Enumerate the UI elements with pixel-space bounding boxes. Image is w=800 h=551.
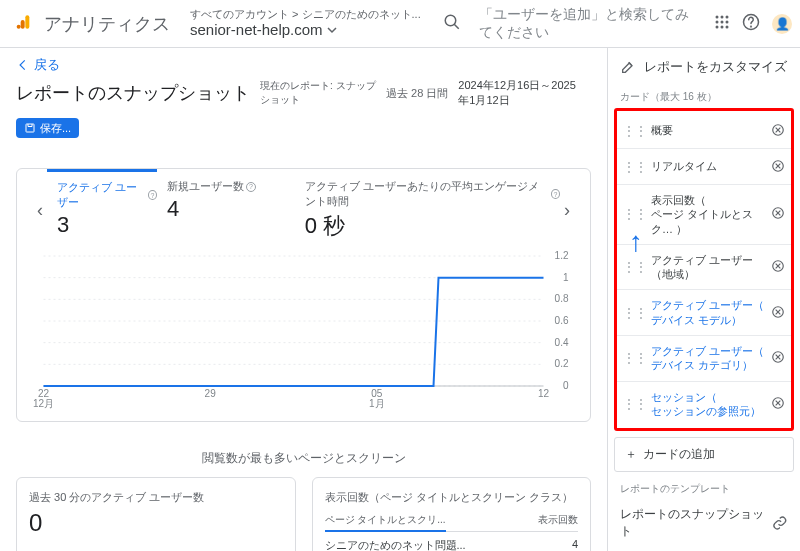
table-row[interactable]: シニアのためのネット問題... 4	[325, 532, 579, 551]
svg-rect-16	[26, 124, 34, 132]
svg-text:29: 29	[205, 388, 217, 399]
add-card-label: カードの追加	[643, 446, 715, 463]
metric-label: 新規ユーザー数	[167, 179, 244, 194]
card-label: 概要	[651, 123, 767, 137]
save-button[interactable]: 保存...	[16, 118, 79, 138]
card-item[interactable]: ⋮⋮アクティブ ユーザー（デバイス モデル）	[617, 290, 791, 336]
remove-card-icon[interactable]	[771, 259, 785, 275]
panel-title: レポートをカスタマイズ	[644, 58, 787, 76]
plus-icon: ＋	[625, 446, 637, 463]
drag-handle-icon[interactable]: ⋮⋮	[623, 306, 647, 320]
svg-point-12	[721, 26, 724, 29]
card-item[interactable]: ⋮⋮セッション（セッションの参照元）	[617, 382, 791, 427]
section-title: 閲覧数が最も多いページとスクリーン	[16, 450, 591, 467]
apps-icon[interactable]	[714, 14, 730, 33]
annotation-arrow-icon: ↑	[629, 226, 643, 258]
card-label: アクティブ ユーザー（デバイス モデル）	[651, 298, 767, 327]
metric-label: アクティブ ユーザーあたりの平均エンゲージメント時間	[305, 179, 549, 209]
avatar[interactable]: 👤	[772, 14, 792, 34]
add-card-button[interactable]: ＋ カードの追加	[614, 437, 794, 472]
metric-label: アクティブ ユーザー	[57, 180, 146, 210]
line-chart: 00.20.40.60.811.22212月29051月12	[33, 251, 574, 411]
card-label: リアルタイム	[651, 159, 767, 173]
svg-text:0: 0	[563, 380, 569, 391]
main-content: 戻る レポートのスナップショット 現在のレポート: スナップショット 過去 28…	[0, 48, 607, 551]
metric-active-users[interactable]: アクティブ ユーザー ? 3	[47, 169, 157, 238]
card-label: アクティブ ユーザー（デバイス カテゴリ）	[651, 344, 767, 373]
help-icon[interactable]: ?	[551, 189, 560, 199]
drag-handle-icon[interactable]: ⋮⋮	[623, 260, 647, 274]
svg-text:0.8: 0.8	[555, 293, 569, 304]
card-item[interactable]: ⋮⋮概要	[617, 113, 791, 149]
remove-card-icon[interactable]	[771, 159, 785, 175]
svg-text:0.6: 0.6	[555, 315, 569, 326]
unlink-icon[interactable]	[772, 515, 788, 531]
svg-text:0.4: 0.4	[555, 337, 569, 348]
metric-engagement[interactable]: アクティブ ユーザーあたりの平均エンゲージメント時間 ? 0 秒	[295, 179, 560, 241]
card-item[interactable]: ⋮⋮アクティブ ユーザー（地域）	[617, 245, 791, 291]
svg-point-2	[17, 25, 21, 29]
col-header: 表示回数	[538, 513, 578, 527]
back-label: 戻る	[34, 56, 60, 74]
metric-value: 0 秒	[305, 211, 560, 241]
svg-point-11	[716, 26, 719, 29]
metrics-next-button[interactable]: ›	[560, 200, 574, 221]
svg-point-8	[716, 21, 719, 24]
realtime-value: 0	[29, 509, 283, 537]
template-row[interactable]: レポートのスナップショット	[608, 500, 800, 546]
svg-text:12: 12	[538, 388, 550, 399]
svg-point-9	[721, 21, 724, 24]
search-input[interactable]: 「ユーザーを追加」と検索してみてください	[479, 6, 702, 42]
card-item[interactable]: ⋮⋮アクティブ ユーザー（デバイス カテゴリ）	[617, 336, 791, 382]
svg-rect-1	[21, 20, 25, 29]
remove-card-icon[interactable]	[771, 396, 785, 412]
picker-property: senior-net-help.com	[190, 21, 323, 39]
drag-handle-icon[interactable]: ⋮⋮	[623, 124, 647, 138]
cards-count-label: カード（最大 16 枚）	[608, 86, 800, 108]
template-value: レポートのスナップショット	[620, 506, 772, 540]
card-title: 表示回数（ページ タイトルとスクリーン クラス）	[325, 490, 579, 505]
metric-new-users[interactable]: 新規ユーザー数 ? 4	[157, 179, 295, 222]
remove-card-icon[interactable]	[771, 305, 785, 321]
save-icon	[24, 122, 36, 134]
svg-text:1: 1	[563, 272, 569, 283]
arrow-left-icon	[16, 58, 30, 72]
col-header: ページ タイトルとスクリ...	[325, 513, 446, 532]
page-title: レポートのスナップショット	[16, 81, 250, 105]
search-icon[interactable]	[443, 13, 461, 34]
help-icon[interactable]: ?	[246, 182, 256, 192]
metrics-prev-button[interactable]: ‹	[33, 200, 47, 221]
help-icon[interactable]: ?	[148, 190, 157, 200]
svg-text:12月: 12月	[33, 398, 54, 409]
ga-logo-icon	[16, 14, 32, 33]
account-picker[interactable]: すべてのアカウント > シニアのためのネット... senior-net-hel…	[190, 8, 421, 39]
remove-card-icon[interactable]	[771, 123, 785, 139]
date-range[interactable]: 2024年12月16日～2025年1月12日	[458, 78, 578, 108]
drag-handle-icon[interactable]: ⋮⋮	[623, 397, 647, 411]
picker-breadcrumb: すべてのアカウント > シニアのためのネット...	[190, 8, 421, 21]
remove-card-icon[interactable]	[771, 350, 785, 366]
svg-point-10	[726, 21, 729, 24]
customize-panel: レポートをカスタマイズ カード（最大 16 枚） ↑ ⋮⋮概要⋮⋮リアルタイム⋮…	[607, 48, 800, 551]
card-item[interactable]: ⋮⋮リアルタイム	[617, 149, 791, 185]
drag-handle-icon[interactable]: ⋮⋮	[623, 160, 647, 174]
chevron-down-icon	[327, 25, 337, 35]
row-value: 4	[572, 538, 578, 551]
brand-name: アナリティクス	[44, 12, 170, 36]
save-label: 保存...	[40, 123, 71, 134]
card-item[interactable]: ⋮⋮表示回数（ページ タイトルとスク… ）	[617, 185, 791, 245]
svg-rect-0	[25, 15, 29, 28]
cards-list: ↑ ⋮⋮概要⋮⋮リアルタイム⋮⋮表示回数（ページ タイトルとスク… ）⋮⋮アクテ…	[614, 108, 794, 431]
svg-point-7	[726, 16, 729, 19]
help-icon[interactable]	[742, 13, 760, 34]
remove-card-icon[interactable]	[771, 206, 785, 222]
svg-text:1.2: 1.2	[555, 251, 569, 261]
period-label: 過去 28 日間	[386, 86, 448, 101]
card-label: アクティブ ユーザー（地域）	[651, 253, 767, 282]
drag-handle-icon[interactable]: ⋮⋮	[623, 351, 647, 365]
svg-line-4	[454, 24, 459, 29]
drag-handle-icon[interactable]: ⋮⋮	[623, 207, 647, 221]
svg-point-5	[716, 16, 719, 19]
back-link[interactable]: 戻る	[16, 56, 591, 74]
page-subtitle: 現在のレポート: スナップショット	[260, 79, 376, 107]
